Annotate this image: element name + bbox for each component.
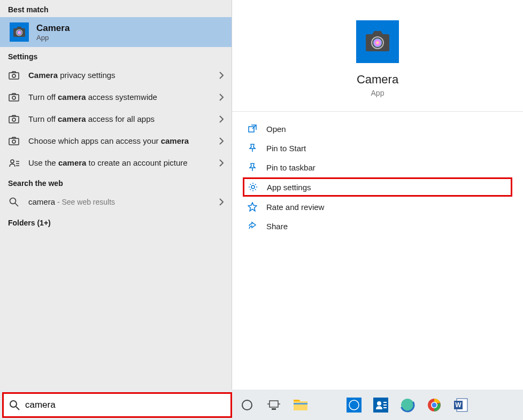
svg-point-8	[12, 118, 16, 121]
svg-rect-30	[294, 401, 307, 410]
svg-point-35	[377, 401, 381, 406]
svg-rect-38	[383, 407, 387, 408]
task-view-button[interactable]	[262, 393, 286, 417]
share-icon	[247, 221, 258, 231]
search-icon	[9, 400, 20, 410]
settings-item-choose-apps[interactable]: Choose which apps can access your camera	[0, 130, 232, 152]
action-share[interactable]: Share	[232, 216, 523, 236]
row-text: camera - See web results	[28, 196, 211, 208]
action-label: Share	[266, 222, 288, 231]
pin-icon	[247, 143, 258, 153]
svg-line-16	[15, 203, 18, 206]
section-search-web: Search the web	[0, 174, 232, 191]
svg-point-6	[12, 96, 16, 99]
svg-point-2	[17, 30, 21, 35]
word-button[interactable]: W	[449, 393, 473, 417]
settings-item-all-apps[interactable]: Turn off camera access for all apps	[0, 108, 232, 130]
svg-point-19	[373, 38, 382, 47]
search-input[interactable]	[25, 400, 225, 410]
action-label: App settings	[267, 183, 311, 192]
row-text: Use the camera to create an account pict…	[28, 157, 211, 168]
action-label: Pin to Start	[266, 144, 306, 153]
gear-icon	[248, 182, 258, 192]
action-open[interactable]: Open	[232, 119, 523, 138]
row-text: Turn off camera access systemwide	[28, 91, 211, 103]
camera-icon	[8, 115, 20, 123]
svg-point-43	[432, 402, 437, 407]
star-icon	[247, 202, 258, 212]
best-match-subtitle: App	[36, 34, 70, 42]
camera-app-large-icon	[356, 20, 399, 63]
action-rate-review[interactable]: Rate and review	[232, 197, 523, 216]
svg-line-24	[16, 407, 19, 410]
contacts-button[interactable]	[369, 393, 393, 417]
svg-text:W: W	[455, 401, 462, 409]
chevron-right-icon	[219, 198, 224, 206]
chevron-right-icon	[219, 94, 224, 101]
svg-rect-32	[347, 398, 362, 413]
svg-rect-29	[272, 408, 276, 410]
taskbar: W	[0, 390, 523, 420]
svg-point-22	[251, 185, 255, 189]
svg-rect-26	[270, 401, 278, 407]
camera-app-tile-icon	[10, 22, 29, 42]
svg-rect-9	[9, 138, 19, 145]
people-icon	[8, 159, 20, 167]
edge-button[interactable]	[396, 393, 419, 417]
search-results-panel: Best match Camera App Settings Camera pr…	[0, 0, 232, 390]
app-hero: Camera App	[232, 0, 523, 112]
settings-item-privacy[interactable]: Camera privacy settings	[0, 64, 232, 86]
search-box[interactable]	[2, 392, 232, 418]
file-explorer-button[interactable]	[289, 393, 312, 417]
chevron-right-icon	[219, 72, 224, 79]
mail-button[interactable]	[316, 393, 339, 417]
action-label: Rate and review	[266, 203, 324, 212]
svg-point-25	[242, 400, 252, 410]
action-label: Open	[266, 125, 286, 134]
row-text: Camera privacy settings	[28, 69, 211, 81]
section-folders: Folders (1+)	[0, 213, 232, 230]
cortana-button[interactable]	[235, 393, 259, 417]
actions-list: Open Pin to Start Pin to taskbar App set…	[232, 112, 523, 243]
svg-point-23	[10, 401, 17, 407]
action-pin-start[interactable]: Pin to Start	[232, 138, 523, 158]
svg-point-11	[11, 160, 14, 163]
svg-rect-31	[294, 403, 307, 405]
chrome-button[interactable]	[422, 393, 446, 417]
app-type: App	[243, 89, 512, 97]
pin-icon	[247, 162, 258, 172]
section-best-match: Best match	[0, 0, 232, 17]
camera-icon	[8, 71, 20, 80]
dell-app-button[interactable]	[342, 393, 366, 417]
action-label: Pin to taskbar	[266, 163, 316, 172]
svg-rect-36	[383, 402, 387, 403]
search-icon	[8, 197, 20, 207]
svg-rect-7	[9, 116, 19, 123]
row-text: Turn off camera access for all apps	[28, 113, 211, 125]
row-text: Choose which apps can access your camera	[28, 135, 211, 146]
camera-icon	[8, 137, 20, 145]
web-search-item[interactable]: camera - See web results	[0, 191, 232, 213]
chevron-right-icon	[219, 159, 224, 167]
action-app-settings[interactable]: App settings	[243, 177, 512, 197]
svg-rect-37	[383, 405, 387, 406]
section-settings: Settings	[0, 47, 232, 64]
camera-icon	[8, 93, 20, 102]
action-pin-taskbar[interactable]: Pin to taskbar	[232, 158, 523, 177]
settings-item-account-picture[interactable]: Use the camera to create an account pict…	[0, 152, 232, 174]
best-match-item[interactable]: Camera App	[0, 17, 232, 47]
svg-rect-5	[9, 95, 19, 101]
chevron-right-icon	[219, 137, 224, 145]
app-name: Camera	[243, 73, 512, 87]
settings-item-systemwide[interactable]: Turn off camera access systemwide	[0, 86, 232, 108]
svg-rect-3	[9, 73, 19, 79]
best-match-title: Camera	[36, 23, 70, 34]
preview-panel: Camera App Open Pin to Start Pin to task…	[232, 0, 523, 390]
svg-point-10	[12, 140, 16, 143]
svg-point-4	[12, 74, 16, 77]
svg-point-15	[10, 198, 16, 204]
open-icon	[247, 124, 258, 134]
chevron-right-icon	[219, 115, 224, 123]
